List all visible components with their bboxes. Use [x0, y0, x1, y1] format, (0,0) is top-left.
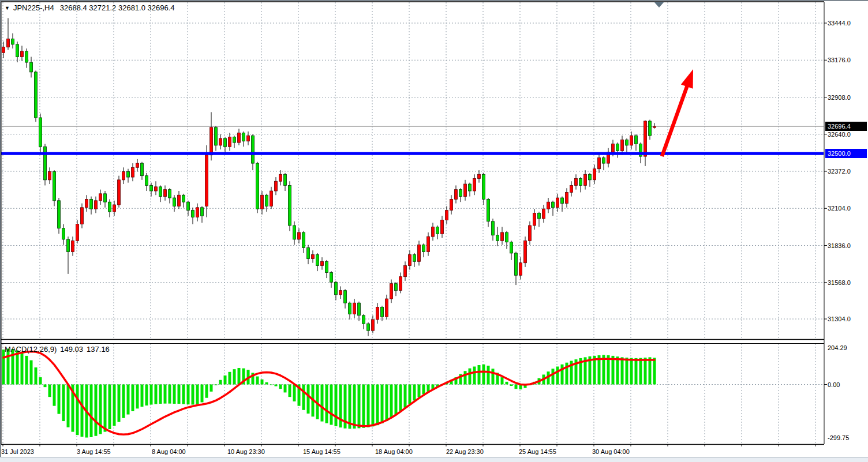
- time-tick-label: 31 Jul 2023: [1, 448, 34, 456]
- macd-value-label: 149.03: [60, 345, 83, 354]
- price-tick-label: 31568.0: [828, 279, 851, 287]
- window-top-edge: [0, 0, 868, 1]
- macd-tick-label: -299.75: [828, 434, 849, 442]
- macd-name-label: MACD(12,26,9): [5, 345, 57, 354]
- hline-price-tag: 32500.0: [825, 149, 867, 158]
- time-tick-label: 3 Aug 14:55: [77, 448, 111, 456]
- ohlc-quote-label: 32688.4 32721.2 32681.0 32696.4: [60, 3, 175, 12]
- time-tick-label: 22 Aug 23:30: [446, 448, 484, 456]
- current-price-tag: 32696.4: [825, 122, 867, 131]
- price-tick-label: 33444.0: [828, 19, 851, 28]
- price-tick-label: 33176.0: [828, 56, 851, 65]
- price-tick-label: 32104.0: [828, 204, 851, 213]
- chart-canvas[interactable]: [0, 0, 868, 462]
- time-tick-label: 8 Aug 04:00: [152, 448, 186, 456]
- time-tick-label: 25 Aug 14:55: [519, 448, 556, 456]
- window-bottom-edge: [0, 457, 868, 462]
- symbol-period-label: JPN225-,H4: [13, 3, 54, 12]
- symbol-quote-bar: ▼JPN225-,H432688.4 32721.2 32681.0 32696…: [5, 3, 175, 12]
- chart-window: ▼JPN225-,H432688.4 32721.2 32681.0 32696…: [0, 0, 868, 462]
- macd-signal-value-label: 137.16: [87, 345, 110, 354]
- time-tick-label: 30 Aug 04:00: [592, 448, 630, 456]
- price-tick-label: 32372.0: [828, 167, 851, 176]
- price-tick-label: 31836.0: [828, 242, 851, 250]
- time-tick-label: 18 Aug 04:00: [375, 448, 413, 456]
- price-tick-label: 32640.0: [828, 130, 851, 139]
- macd-indicator-legend: MACD(12,26,9)149.03137.16: [5, 345, 113, 354]
- price-tick-label: 32908.0: [828, 93, 851, 102]
- macd-tick-label: 0.00: [828, 381, 840, 389]
- macd-tick-label: 204.29: [828, 344, 847, 352]
- chart-menu-icon[interactable]: ▼: [5, 5, 10, 11]
- time-tick-label: 10 Aug 23:30: [227, 448, 265, 456]
- price-tick-label: 31304.0: [828, 315, 851, 324]
- time-tick-label: 15 Aug 14:55: [303, 448, 341, 456]
